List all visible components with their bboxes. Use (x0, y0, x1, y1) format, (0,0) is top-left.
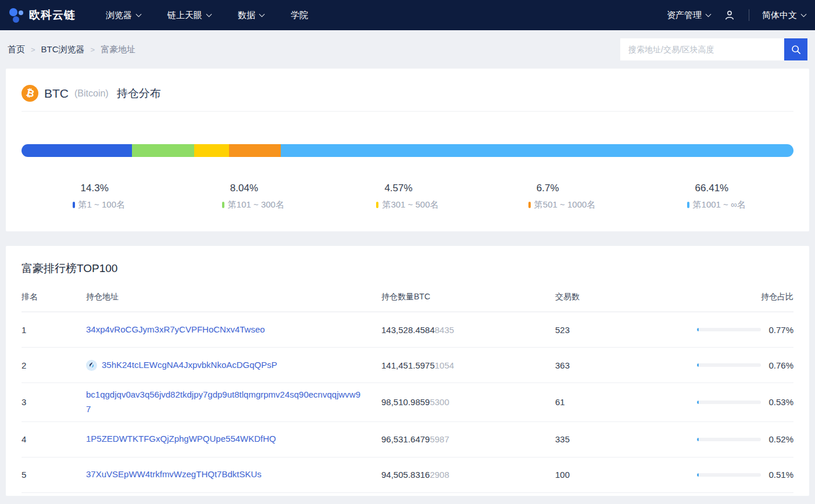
address-link[interactable]: 34xp4vRoCGJym3xR7yCVPFHoCNxv4Twseo (86, 323, 265, 337)
legend-item-4: 6.7%第501 ~ 1000名 (528, 183, 596, 210)
tx-count-cell: 523 (555, 325, 695, 335)
legend-label: 第101 ~ 300名 (222, 199, 284, 210)
legend-column-2: 8.04%第101 ~ 300名 (176, 183, 331, 210)
search-box (620, 38, 807, 60)
tx-count-cell: 363 (555, 360, 695, 370)
table-row: 537XuVSEpWW4trkfmvWzegTHQt7BdktSKUs94,50… (22, 457, 793, 493)
legend-percent: 66.41% (695, 183, 746, 194)
breadcrumb-item-1[interactable]: 首页 (8, 44, 25, 55)
distribution-card-header: ₿ BTC (Bitcoin) 持仓分布 (22, 80, 793, 112)
column-header-2: 持仓地址 (86, 292, 381, 302)
legend-color-tick (376, 202, 378, 208)
share-cell: 0.76% (695, 360, 793, 370)
user-icon[interactable] (723, 9, 736, 22)
distribution-segment-4 (229, 144, 281, 157)
top-nav: 欧科云链 浏览器链上天眼数据学院 资产管理 简体中文 (0, 0, 815, 30)
share-percent: 0.51% (766, 470, 793, 480)
nav-item-学院[interactable]: 学院 (291, 10, 308, 21)
address-cell: 35hK24tcLEWcgNA4JxpvbkNkoAcDGqQPsP (86, 358, 381, 373)
search-icon (791, 44, 802, 55)
amount-main: 143,528.4584 (381, 325, 435, 335)
share-cell: 0.52% (695, 434, 793, 444)
oklink-logo-icon (9, 8, 24, 23)
rich-list-title: 富豪排行榜TOP100 (22, 261, 793, 276)
tx-count-cell: 61 (555, 397, 695, 407)
share-percent: 0.77% (766, 325, 793, 335)
share-cell: 0.51% (695, 470, 793, 480)
language-label: 简体中文 (762, 10, 797, 21)
column-header-3: 持仓数量BTC (381, 292, 555, 302)
distribution-card: ₿ BTC (Bitcoin) 持仓分布 14.3%第1 ~ 100名8.04%… (6, 69, 809, 231)
address-link[interactable]: bc1qgdjqv0av3q56jvd82tkdjpy7gdp9ut8tlqmg… (86, 388, 364, 417)
legend-label: 第1001 ~ ∞名 (687, 199, 746, 210)
address-link[interactable]: 35hK24tcLEWcgNA4JxpvbkNkoAcDGqQPsP (102, 358, 277, 373)
nav-item-label: 学院 (291, 10, 308, 21)
amount-tail: 5300 (430, 397, 449, 407)
distribution-segment-5 (281, 144, 793, 157)
share-progress-track (697, 363, 761, 367)
search-button[interactable] (784, 38, 807, 60)
amount-cell: 143,528.45848435 (381, 325, 555, 335)
legend-column-5: 66.41%第1001 ~ ∞名 (639, 183, 793, 210)
amount-tail: 1054 (435, 360, 454, 370)
address-cell: 34xp4vRoCGJym3xR7yCVPFHoCNxv4Twseo (86, 323, 381, 337)
nav-divider (749, 9, 749, 21)
share-progress-fill (697, 363, 699, 367)
breadcrumb-item-3: 富豪地址 (101, 44, 135, 55)
amount-tail: 2908 (430, 470, 449, 480)
legend-range-text: 第1 ~ 100名 (78, 199, 125, 210)
breadcrumb-separator: > (91, 45, 95, 54)
legend-column-4: 6.7%第501 ~ 1000名 (485, 183, 639, 210)
distribution-title: 持仓分布 (117, 86, 161, 101)
nav-asset-management[interactable]: 资产管理 (667, 10, 710, 21)
chevron-down-icon (206, 12, 212, 17)
brand-name: 欧科云链 (29, 8, 76, 23)
distribution-segment-2 (132, 144, 194, 157)
nav-item-链上天眼[interactable]: 链上天眼 (167, 10, 211, 21)
rank-cell: 2 (22, 360, 86, 370)
search-input[interactable] (620, 38, 784, 60)
legend-item-5: 66.41%第1001 ~ ∞名 (687, 183, 746, 210)
share-percent: 0.52% (766, 434, 793, 444)
amount-cell: 141,451.59751054 (381, 360, 555, 370)
legend-column-1: 14.3%第1 ~ 100名 (22, 183, 176, 210)
legend-label: 第1 ~ 100名 (73, 199, 125, 210)
rich-list-card: 富豪排行榜TOP100 排名持仓地址持仓数量BTC交易数持仓占比 134xp4v… (6, 246, 809, 496)
table-row: 41P5ZEDWTKTFGxQjZphgWPQUpe554WKDfHQ96,53… (22, 422, 793, 457)
column-header-5: 持仓占比 (695, 292, 793, 302)
language-selector[interactable]: 简体中文 (762, 10, 806, 21)
amount-main: 94,505.8316 (381, 470, 430, 480)
breadcrumb: 首页>BTC浏览器>富豪地址 (8, 44, 135, 55)
table-body: 134xp4vRoCGJym3xR7yCVPFHoCNxv4Twseo143,5… (22, 312, 793, 493)
legend-color-tick (528, 202, 531, 208)
chevron-down-icon (136, 12, 142, 17)
nav-item-数据[interactable]: 数据 (238, 10, 264, 21)
table-row: 235hK24tcLEWcgNA4JxpvbkNkoAcDGqQPsP141,4… (22, 348, 793, 383)
address-link[interactable]: 1P5ZEDWTKTFGxQjZphgWPQUpe554WKDfHQ (86, 432, 276, 446)
legend-label: 第301 ~ 500名 (376, 199, 438, 210)
coin-fullname: (Bitcoin) (74, 88, 109, 99)
address-link[interactable]: 37XuVSEpWW4trkfmvWzegTHQt7BdktSKUs (86, 467, 262, 482)
legend-label: 第501 ~ 1000名 (528, 199, 596, 210)
share-progress-fill (697, 401, 699, 404)
nav-item-label: 数据 (238, 10, 255, 21)
oklink-logo[interactable]: 欧科云链 (9, 8, 76, 23)
chevron-down-icon (801, 12, 807, 17)
distribution-legend: 14.3%第1 ~ 100名8.04%第101 ~ 300名4.57%第301 … (22, 183, 793, 210)
table-row: 134xp4vRoCGJym3xR7yCVPFHoCNxv4Twseo143,5… (22, 312, 793, 348)
column-header-label: 持仓占比 (761, 292, 793, 302)
amount-cell: 98,510.98595300 (381, 397, 555, 407)
distribution-segment-1 (22, 144, 132, 157)
rank-cell: 3 (22, 397, 86, 407)
breadcrumb-item-2[interactable]: BTC浏览器 (41, 44, 85, 55)
amount-main: 141,451.5975 (381, 360, 435, 370)
share-progress-fill (697, 328, 699, 331)
amount-main: 98,510.9859 (381, 397, 430, 407)
chevron-down-icon (706, 12, 712, 17)
nav-item-浏览器[interactable]: 浏览器 (106, 10, 141, 21)
share-percent: 0.53% (766, 397, 793, 407)
breadcrumb-separator: > (31, 45, 35, 54)
address-cell: 1P5ZEDWTKTFGxQjZphgWPQUpe554WKDfHQ (86, 432, 381, 446)
legend-color-tick (222, 202, 224, 208)
column-header-1: 排名 (22, 292, 86, 302)
